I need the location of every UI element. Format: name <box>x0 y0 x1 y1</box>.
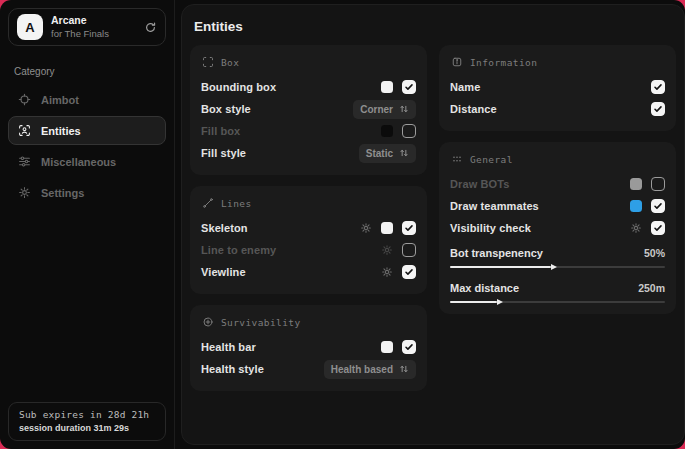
slider-track[interactable] <box>450 301 665 303</box>
gear-icon[interactable] <box>630 222 642 234</box>
setting-row-viewline: Viewline <box>201 261 416 283</box>
sidebar-nav: Aimbot Entities Miscellaneous <box>0 85 174 207</box>
checkbox[interactable] <box>651 221 665 235</box>
setting-label: Line to enemy <box>201 244 276 256</box>
sub-expiry-text: Sub expires in 28d 21h <box>19 409 155 420</box>
checkbox[interactable] <box>651 80 665 94</box>
avatar: A <box>17 14 43 40</box>
checkbox[interactable] <box>651 199 665 213</box>
slider-label: Bot transpenency <box>450 247 543 259</box>
setting-row-visibility-check: Visibility check <box>450 217 665 239</box>
session-duration-text: session duration 31m 29s <box>19 423 155 433</box>
card-lines-header: Lines <box>202 197 416 209</box>
check-icon <box>404 223 414 233</box>
sidebar-item-label: Aimbot <box>41 94 79 106</box>
slider-track[interactable] <box>450 266 665 268</box>
slider-thumb[interactable] <box>497 299 503 305</box>
setting-label: Bounding box <box>201 81 276 93</box>
column-left: Box Bounding box Box style <box>190 45 427 391</box>
app-title-block: Arcane for The Finals <box>51 14 109 40</box>
subscription-info-card: Sub expires in 28d 21h session duration … <box>8 402 166 441</box>
sidebar-item-settings[interactable]: Settings <box>8 178 166 207</box>
setting-row-health-bar: Health bar <box>201 336 416 358</box>
setting-row-draw-bots: Draw BOTs <box>450 173 665 195</box>
checkbox[interactable] <box>402 340 416 354</box>
health-cross-icon <box>202 316 214 328</box>
health-style-select[interactable]: Health based <box>324 360 416 379</box>
check-icon <box>404 267 414 277</box>
checkbox[interactable] <box>402 80 416 94</box>
sidebar-item-label: Miscellaneous <box>41 156 116 168</box>
color-swatch[interactable] <box>381 341 393 353</box>
setting-label: Box style <box>201 103 251 115</box>
category-label: Category <box>14 66 160 77</box>
gear-icon[interactable] <box>381 244 393 256</box>
checkbox[interactable] <box>402 124 416 138</box>
app-name: Arcane <box>51 14 109 28</box>
card-survivability-header: Survivability <box>202 316 416 328</box>
checkbox[interactable] <box>651 102 665 116</box>
card-box-header: Box <box>202 56 416 68</box>
color-swatch[interactable] <box>630 178 642 190</box>
sidebar-item-label: Entities <box>41 125 81 137</box>
sidebar-item-entities[interactable]: Entities <box>8 116 166 145</box>
setting-label: Fill box <box>201 125 240 137</box>
card-general-header: General <box>451 153 665 165</box>
color-swatch[interactable] <box>381 222 393 234</box>
setting-row-name: Name <box>450 76 665 98</box>
card-general: General Draw BOTs Draw teammates <box>439 142 676 314</box>
setting-label: Skeleton <box>201 222 248 234</box>
card-information-header: Information <box>451 56 665 68</box>
color-swatch[interactable] <box>630 200 642 212</box>
sliders-icon <box>18 155 31 168</box>
refresh-icon[interactable] <box>144 21 157 34</box>
setting-label: Distance <box>450 103 497 115</box>
slider-value: 250m <box>638 282 665 294</box>
select-value: Static <box>366 148 393 159</box>
gear-icon[interactable] <box>381 266 393 278</box>
fill-style-select[interactable]: Static <box>359 144 416 163</box>
select-value: Health based <box>331 364 393 375</box>
updown-arrows-icon <box>399 104 409 114</box>
checkbox[interactable] <box>402 221 416 235</box>
card-survivability: Survivability Health bar Health style <box>190 305 427 391</box>
column-right: Information Name Distance <box>439 45 676 391</box>
gear-icon[interactable] <box>360 222 372 234</box>
slider-fill <box>450 266 551 268</box>
checkbox[interactable] <box>651 177 665 191</box>
setting-row-skeleton: Skeleton <box>201 217 416 239</box>
check-icon <box>653 104 663 114</box>
setting-label: Draw teammates <box>450 200 539 212</box>
slider-value: 50% <box>644 247 665 259</box>
setting-row-draw-teammates: Draw teammates <box>450 195 665 217</box>
app-subtitle: for The Finals <box>51 28 109 40</box>
slider-thumb[interactable] <box>551 264 557 270</box>
check-icon <box>404 82 414 92</box>
updown-arrows-icon <box>399 148 409 158</box>
setting-label: Draw BOTs <box>450 178 509 190</box>
app-header-card: A Arcane for The Finals <box>8 8 166 46</box>
card-information: Information Name Distance <box>439 45 676 131</box>
setting-label: Name <box>450 81 480 93</box>
main-panel: Entities Box Bounding box <box>181 4 685 445</box>
checkbox[interactable] <box>402 243 416 257</box>
sidebar-item-aimbot[interactable]: Aimbot <box>8 85 166 114</box>
sidebar-item-label: Settings <box>41 187 84 199</box>
sidebar: A Arcane for The Finals Category Aimbot <box>0 0 175 449</box>
box-style-select[interactable]: Corner <box>353 100 416 119</box>
color-swatch[interactable] <box>381 81 393 93</box>
checkbox[interactable] <box>402 265 416 279</box>
page-title: Entities <box>194 19 676 34</box>
setting-row-line-to-enemy: Line to enemy <box>201 239 416 261</box>
setting-label: Health style <box>201 363 264 375</box>
sidebar-item-miscellaneous[interactable]: Miscellaneous <box>8 147 166 176</box>
diagonal-line-icon <box>202 197 214 209</box>
slider-label: Max distance <box>450 282 519 294</box>
gear-icon <box>18 186 31 199</box>
color-swatch[interactable] <box>381 125 393 137</box>
check-icon <box>653 82 663 92</box>
check-icon <box>404 342 414 352</box>
slider-fill <box>450 301 497 303</box>
crosshair-icon <box>18 93 31 106</box>
app-window: A Arcane for The Finals Category Aimbot <box>0 0 685 449</box>
